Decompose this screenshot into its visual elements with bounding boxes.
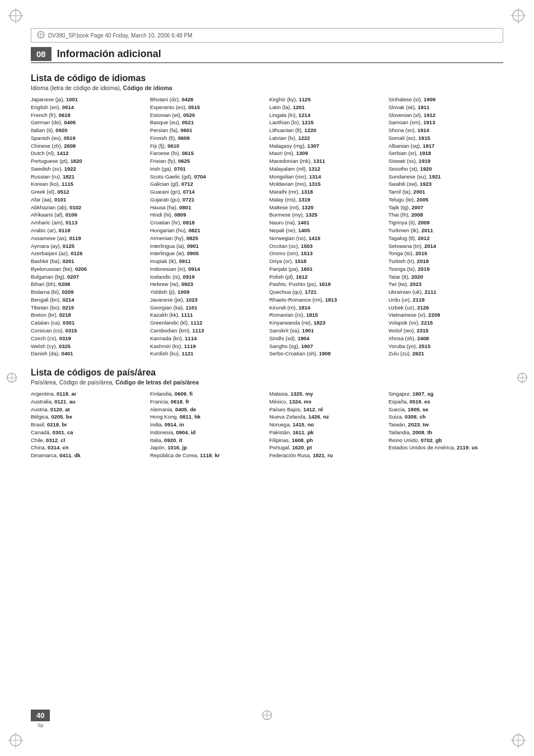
list-item: Javanese (jw), 1023 [150, 296, 265, 304]
country-column-1: Finlandia, 0609, fiFrancia, 0618, frAlem… [150, 390, 265, 459]
language-list-heading: Lista de código de idiomas [31, 73, 503, 83]
list-item: Indonesian (in), 0914 [150, 265, 265, 273]
list-item: Malagasy (mg), 1307 [269, 142, 384, 150]
list-item: Marathi (mr), 1318 [269, 188, 384, 196]
list-item: Kinyarwanda (rw), 1823 [269, 319, 384, 327]
list-item: Galician (gl), 0712 [150, 180, 265, 188]
list-item: Italia, 0920, it [150, 436, 265, 444]
list-item: Tamil (ta), 2001 [388, 188, 503, 196]
list-item: Tsonga (ts), 2019 [388, 265, 503, 273]
list-item: Finnish (fi), 0609 [150, 134, 265, 142]
list-item: Samoan (sm), 1913 [388, 119, 503, 126]
language-list-subheading: Idioma (letra de código de idioma), Códi… [31, 84, 503, 91]
list-item: Portugal, 1620, pt [269, 444, 384, 452]
list-item: Quechua (qu), 1721 [269, 288, 384, 296]
list-item: Dinamarca, 0411, dk [31, 452, 146, 459]
list-item: Reino Unido, 0702, gb [388, 436, 503, 444]
list-item: Japanese (ja), 1001 [31, 96, 146, 104]
list-item: Assamese (as), 0119 [31, 234, 146, 242]
list-item: Azerbaijani (az), 0126 [31, 250, 146, 257]
list-item: Polish (pl), 1612 [269, 273, 384, 281]
list-item: Japón, 1016, jp [150, 444, 265, 452]
list-item: China, 0314, cn [31, 444, 146, 452]
meta-bar: DV390_SP.book Page 40 Friday, March 10, … [31, 28, 503, 43]
list-item: Twi (tw), 2023 [388, 280, 503, 288]
section-title: Información adicional [57, 48, 161, 60]
list-item: Volapük (vo), 2215 [388, 319, 503, 327]
list-item: Interlingue (ie), 0905 [150, 250, 265, 257]
list-item: Malay (ms), 1319 [269, 196, 384, 204]
list-item: Yoruba (yo), 2515 [388, 342, 503, 350]
list-item: Irish (ga), 0701 [150, 165, 265, 173]
language-columns: Japanese (ja), 1001English (en), 0514Fre… [31, 96, 503, 358]
list-item: Nueva Zelanda, 1426, nz [269, 413, 384, 421]
list-item: Indonesia, 0904, id [150, 429, 265, 436]
list-item: Guarani (gn), 0714 [150, 188, 265, 196]
list-item: Vietnamese (vi), 2209 [388, 311, 503, 319]
list-item: Russian (ru), 1821 [31, 173, 146, 181]
list-item: Fiji (fj), 0610 [150, 142, 265, 150]
country-column-3: Singapur, 1907, sgEspaña, 0519, esSuecia… [388, 390, 503, 459]
list-item: Moldavian (mo), 1315 [269, 180, 384, 188]
list-item: Afrikaans (af), 0106 [31, 211, 146, 219]
list-item: Hong Kong, 0811, hk [150, 413, 265, 421]
list-item: Oriya (or), 1518 [269, 257, 384, 265]
list-item: Maltese (mt), 1320 [269, 204, 384, 212]
list-item: Georgian (ka), 1101 [150, 304, 265, 312]
list-item: Sinhalese (si), 1909 [388, 96, 503, 104]
list-item: Portuguese (pt), 1620 [31, 157, 146, 165]
list-item: Kurdish (ku), 1121 [150, 350, 265, 358]
list-item: Zulu (zu), 2621 [388, 350, 503, 358]
list-item: Amharic (am), 0113 [31, 219, 146, 227]
list-item: India, 0914, in [150, 421, 265, 429]
list-item: Basque (eu), 0521 [150, 119, 265, 126]
list-item: Telugu (te), 2005 [388, 196, 503, 204]
side-mark-left [6, 372, 18, 385]
list-item: Wolof (wo), 2315 [388, 327, 503, 335]
list-item: Occitan (oc), 1503 [269, 242, 384, 250]
compass-icon [37, 31, 45, 40]
bottom-center-mark [261, 709, 273, 722]
list-item: Macedonian (mk), 1311 [269, 157, 384, 165]
list-item: Turkmen (tk), 2011 [388, 227, 503, 234]
corner-mark-br [508, 730, 528, 750]
list-item: Korean (ko), 1115 [31, 180, 146, 188]
language-column-0: Japanese (ja), 1001English (en), 0514Fre… [31, 96, 146, 358]
list-item: French (fr), 0618 [31, 111, 146, 119]
list-item: Welsh (cy), 0325 [31, 342, 146, 350]
list-item: Pashto, Pushto (ps), 1619 [269, 280, 384, 288]
list-item: Sundanese (su), 1921 [388, 173, 503, 181]
list-item: Slovak (sk), 1911 [388, 104, 503, 111]
list-item: Malasia, 1325, my [269, 390, 384, 398]
language-column-3: Sinhalese (si), 1909Slovak (sk), 1911Slo… [388, 96, 503, 358]
list-item: Swedish (sv), 1922 [31, 165, 146, 173]
list-item: Yiddish (ji), 1009 [150, 288, 265, 296]
list-item: Breton (br), 0218 [31, 311, 146, 319]
list-item: Danish (da), 0401 [31, 350, 146, 358]
list-item: Chile, 0312, cl [31, 436, 146, 444]
list-item: Corsican (co), 0315 [31, 327, 146, 335]
list-item: Tagalog (tl), 2012 [388, 234, 503, 242]
list-item: Swahili (sw), 1923 [388, 180, 503, 188]
list-item: Suecia, 1905, se [388, 406, 503, 414]
main-content: Lista de código de idiomas Idioma (letra… [31, 63, 503, 459]
country-column-0: Argentina, 0118, arAustralia, 0121, auAu… [31, 390, 146, 459]
list-item: Sesotho (st), 1920 [388, 165, 503, 173]
list-item: Rhaeto-Romance (rm), 1813 [269, 296, 384, 304]
list-item: Sanskrit (sa), 1901 [269, 327, 384, 335]
list-item: Laothian (lo), 1215 [269, 119, 384, 126]
list-item: Bengali (bn), 0214 [31, 296, 146, 304]
list-item: Maori (mi), 1309 [269, 149, 384, 157]
list-item: Nepali (ne), 1405 [269, 227, 384, 234]
list-item: Federación Rusa, 1821, ru [269, 452, 384, 459]
list-item: Chinese (zh), 2608 [31, 142, 146, 150]
list-item: Byelorussian (be), 0205 [31, 265, 146, 273]
list-item: Kashmiri (ks), 1119 [150, 342, 265, 350]
list-item: Czech (cs), 0319 [31, 335, 146, 342]
page-lang: Sp [38, 722, 44, 728]
list-item: Serbian (sr), 1918 [388, 149, 503, 157]
list-item: Bislama (bi), 0209 [31, 288, 146, 296]
list-item: Pakistán, 1611, pk [269, 429, 384, 436]
list-item: Xhosa (xh), 2408 [388, 335, 503, 342]
language-column-2: Kirghiz (ky), 1125Latin (la), 1201Lingal… [269, 96, 384, 358]
